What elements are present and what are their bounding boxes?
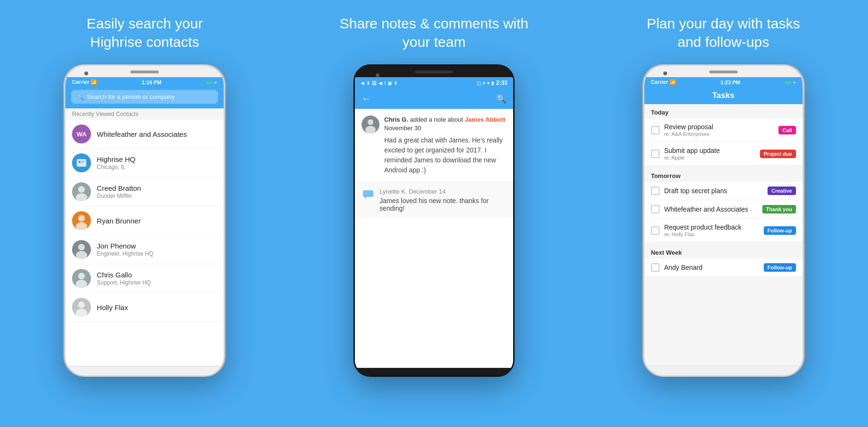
comment-author: Lynette K. [380, 188, 407, 195]
task-checkbox[interactable] [651, 263, 660, 272]
task-info: Submit app update re: Apple [664, 147, 755, 160]
status-time-tasks: 1:23 PM [721, 80, 741, 85]
list-item[interactable]: Creed Bratton Dunder Mifflin [65, 178, 224, 206]
status-battery-tasks: ■■+ [785, 80, 796, 85]
comment-header: Lynette K. December 14 [380, 188, 506, 195]
avatar [72, 240, 91, 259]
task-item[interactable]: Andy Benard Follow-up [644, 258, 803, 277]
section-today: Today [644, 104, 803, 118]
comment-icon [362, 188, 375, 201]
contact-detail: Support, Highrise HQ [97, 279, 217, 286]
phone-bottom-bezel [65, 366, 224, 375]
android-bottom-bezel [355, 368, 513, 375]
side-button-right [224, 127, 225, 151]
task-info: Andy Benard [664, 264, 759, 271]
list-item[interactable]: WA Whitefeather and Associates [65, 120, 224, 149]
contact-info: Jon Phenow Engineer, Highrise HQ [97, 242, 217, 257]
phone-screen-tasks: Carrier 📶 1:23 PM ■■+ Tasks Today Review… [644, 77, 803, 366]
side-button-left-tasks [643, 123, 644, 137]
phone-speaker-tasks [709, 71, 738, 73]
contact-name: Whitefeather and Associates [97, 130, 217, 138]
task-sub: re: A&A Enterprises [664, 131, 774, 137]
tasks-nav-bar: Tasks [644, 87, 803, 104]
contact-info: Holly Flax [97, 303, 217, 311]
list-item[interactable]: Ryan Brunner [65, 206, 224, 235]
status-time: 1:16 PM [142, 80, 162, 85]
note-avatar [362, 116, 380, 133]
status-carrier: Carrier 📶 [72, 79, 97, 85]
avatar [72, 269, 91, 288]
search-button[interactable]: 🔍 [496, 94, 506, 104]
comment-body: James loved his new note. thanks for sen… [380, 197, 506, 212]
task-name: Andy Benard [664, 264, 759, 271]
tasks-panel: Plan your day with tasks and follow-ups … [579, 0, 868, 427]
svg-point-17 [78, 302, 85, 308]
svg-rect-22 [363, 190, 373, 197]
comment-item: Lynette K. December 14 James loved his n… [355, 182, 513, 218]
svg-rect-1 [79, 161, 81, 163]
task-checkbox[interactable] [651, 187, 660, 195]
search-input-box[interactable]: 🔍 Search for a person or company [71, 90, 218, 104]
status-icons-left: ◀ ⬇ 🖼 ◀ I ▣ ⬆ [361, 80, 398, 86]
back-button[interactable]: ← [362, 93, 371, 104]
tasks-content-area: Today Review proposal re: A&A Enterprise… [644, 104, 803, 366]
note-content: Chris G. added a note about James Abbott… [384, 116, 506, 175]
task-name: Draft top secret plans [664, 187, 763, 195]
android-nav-bar: ← 🔍 [355, 89, 513, 109]
svg-point-5 [78, 186, 85, 193]
contact-info: Whitefeather and Associates [97, 130, 217, 138]
contact-name: Ryan Brunner [97, 217, 217, 225]
contacts-panel: Easily search your Highrise contacts Car… [0, 0, 289, 427]
task-item[interactable]: Request product feedback re: Holly Flax … [644, 219, 803, 242]
android-status-bar: ◀ ⬇ 🖼 ◀ I ▣ ⬆ ◫ ▾ ▾ ▮ 2:33 [355, 77, 513, 89]
task-item[interactable]: Submit app update re: Apple Project due [644, 142, 803, 166]
note-header: Chris G. added a note about James Abbott… [384, 116, 506, 133]
list-item[interactable]: Holly Flax [65, 293, 224, 322]
list-item[interactable]: Jon Phenow Engineer, Highrise HQ [65, 235, 224, 264]
list-item[interactable]: Chris Gallo Support, Highrise HQ [65, 264, 224, 293]
task-checkbox[interactable] [651, 205, 660, 214]
phone-top-bezel-tasks [644, 66, 803, 77]
task-name: Whitefeather and Associates [664, 205, 758, 213]
task-name: Review proposal [664, 123, 774, 131]
panel-title-3: Plan your day with tasks and follow-ups [647, 14, 800, 51]
svg-rect-3 [81, 162, 83, 163]
task-badge: Call [778, 126, 796, 134]
phone-top-bezel-black [355, 66, 513, 77]
avatar [72, 153, 91, 172]
svg-point-11 [78, 244, 85, 250]
avatar: WA [72, 125, 91, 143]
task-checkbox[interactable] [651, 126, 660, 134]
note-body: Had a great chat with James. He's really… [384, 135, 506, 175]
phone-camera-tasks [663, 71, 667, 75]
panel-title-1: Easily search your Highrise contacts [87, 14, 203, 51]
phone-camera [376, 73, 380, 77]
phone-frame-tasks: Carrier 📶 1:23 PM ■■+ Tasks Today Review… [643, 64, 804, 377]
contacts-list: WA Whitefeather and Associates [65, 120, 224, 366]
svg-point-8 [78, 215, 85, 222]
task-item[interactable]: Draft top secret plans Creative [644, 182, 803, 200]
task-info: Draft top secret plans [664, 187, 763, 195]
task-checkbox[interactable] [651, 226, 660, 235]
task-badge: Thank you [762, 205, 796, 214]
task-name: Request product feedback [664, 223, 759, 231]
recently-viewed-label: Recently Viewed Contacts [65, 108, 224, 120]
notes-panel: Share notes & comments with your team ◀ … [289, 0, 579, 427]
avatar [72, 211, 91, 230]
search-icon: 🔍 [77, 94, 84, 100]
task-item[interactable]: Review proposal re: A&A Enterprises Call [644, 118, 803, 142]
task-badge: Project due [760, 150, 796, 158]
task-checkbox[interactable] [651, 150, 660, 158]
avatar [72, 298, 91, 317]
task-item[interactable]: Whitefeather and Associates Thank you [644, 200, 803, 219]
task-badge: Follow-up [764, 226, 796, 235]
contact-info: Creed Bratton Dunder Mifflin [97, 184, 217, 199]
task-badge: Follow-up [764, 263, 796, 272]
section-next-week: Next Week [644, 244, 803, 258]
avatar [72, 182, 91, 201]
task-info: Whitefeather and Associates [664, 205, 758, 213]
contact-name: Jon Phenow [97, 242, 217, 250]
svg-point-14 [78, 273, 85, 279]
list-item[interactable]: Highrise HQ Chicago, IL [65, 149, 224, 178]
section-tomorrow: Tomorrow [644, 168, 803, 182]
